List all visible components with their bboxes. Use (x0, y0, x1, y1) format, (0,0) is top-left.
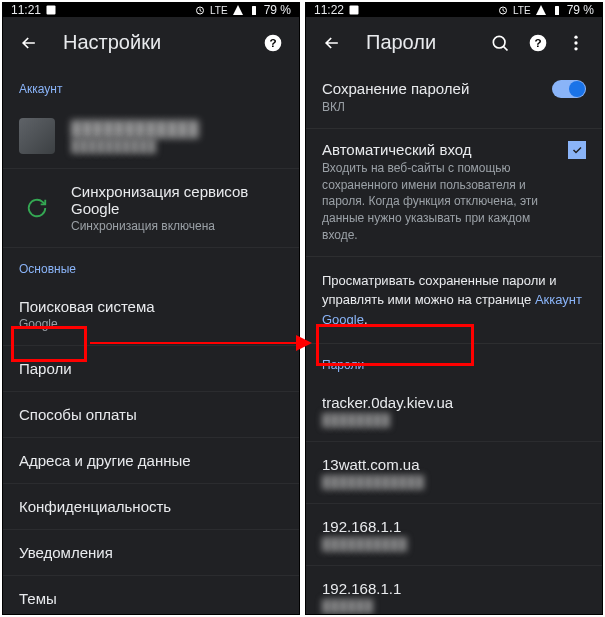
entry-user: ██████████ (322, 537, 586, 551)
battery-icon (248, 4, 260, 16)
entry-site: 13watt.com.ua (322, 456, 586, 473)
password-entry[interactable]: tracker.0day.kiev.ua ████████ (306, 380, 602, 442)
entry-site: tracker.0day.kiev.ua (322, 394, 586, 411)
status-battery: 79 % (264, 3, 291, 17)
manage-passwords-note: Просматривать сохраненные пароли и управ… (306, 257, 602, 345)
page-title: Пароли (366, 31, 466, 54)
alarm-icon (497, 4, 509, 16)
page-title: Настройки (63, 31, 239, 54)
signal-icon (232, 4, 244, 16)
status-network: LTE (513, 5, 531, 16)
entry-user: ████████████ (322, 475, 586, 489)
row-label: Уведомления (19, 544, 283, 561)
password-entry[interactable]: 192.168.1.1 ██████████ (306, 504, 602, 566)
status-network: LTE (210, 5, 228, 16)
status-bar: 11:22 LTE 79 % (306, 3, 602, 17)
sync-sub: Синхронизация включена (71, 219, 283, 233)
sync-icon (19, 190, 55, 226)
svg-text:?: ? (269, 36, 276, 49)
account-row[interactable]: ████████████ ██████████ (3, 104, 299, 169)
row-notifications[interactable]: Уведомления (3, 530, 299, 576)
help-icon[interactable]: ? (263, 33, 283, 53)
back-icon[interactable] (322, 33, 342, 53)
account-email: ██████████ (71, 139, 283, 153)
appbar: Пароли ? (306, 17, 602, 68)
svg-rect-2 (252, 6, 256, 15)
svg-point-12 (574, 41, 577, 44)
status-bar: 11:21 LTE 79 % (3, 3, 299, 17)
row-payments[interactable]: Способы оплаты (3, 392, 299, 438)
overflow-icon[interactable] (566, 33, 586, 53)
row-label: Способы оплаты (19, 406, 283, 423)
phone-left: 11:21 LTE 79 % Настройки ? Аккаунт █████… (2, 2, 300, 615)
row-label: Конфиденциальность (19, 498, 283, 515)
status-battery: 79 % (567, 3, 594, 17)
row-search-engine[interactable]: Поисковая система Google (3, 284, 299, 346)
phone-right: 11:22 LTE 79 % Пароли ? Сохранение парол… (305, 2, 603, 615)
setting-sub: ВКЛ (322, 99, 540, 116)
search-icon[interactable] (490, 33, 510, 53)
row-label: Пароли (19, 360, 283, 377)
svg-rect-0 (47, 6, 56, 15)
back-icon[interactable] (19, 33, 39, 53)
appbar: Настройки ? (3, 17, 299, 68)
svg-text:?: ? (534, 36, 541, 49)
entry-site: 192.168.1.1 (322, 518, 586, 535)
row-sub: Google (19, 317, 283, 331)
auto-signin-row[interactable]: Автоматический вход Входить на веб-сайты… (306, 129, 602, 257)
note-text: Просматривать сохраненные пароли и управ… (322, 273, 556, 308)
entry-user: ████████ (322, 413, 586, 427)
help-icon[interactable]: ? (528, 33, 548, 53)
signal-icon (535, 4, 547, 16)
row-label: Темы (19, 590, 283, 607)
svg-point-13 (574, 47, 577, 50)
sync-row[interactable]: Синхронизация сервисов Google Синхрониза… (3, 169, 299, 248)
row-addresses[interactable]: Адреса и другие данные (3, 438, 299, 484)
auto-signin-checkbox[interactable] (568, 141, 586, 159)
setting-title: Автоматический вход (322, 141, 556, 158)
save-passwords-row[interactable]: Сохранение паролей ВКЛ (306, 68, 602, 129)
status-time: 11:21 (11, 3, 41, 17)
svg-point-11 (574, 35, 577, 38)
account-name: ████████████ (71, 120, 283, 137)
entry-user: ██████ (322, 599, 586, 613)
save-passwords-toggle[interactable] (552, 80, 586, 98)
svg-rect-7 (555, 6, 559, 15)
battery-icon (551, 4, 563, 16)
alarm-icon (194, 4, 206, 16)
row-themes[interactable]: Темы (3, 576, 299, 615)
svg-rect-5 (350, 6, 359, 15)
svg-point-8 (493, 36, 505, 48)
password-entry[interactable]: 13watt.com.ua ████████████ (306, 442, 602, 504)
section-account: Аккаунт (3, 68, 299, 104)
avatar (19, 118, 55, 154)
setting-title: Сохранение паролей (322, 80, 540, 97)
row-label: Поисковая система (19, 298, 283, 315)
section-main: Основные (3, 248, 299, 284)
row-privacy[interactable]: Конфиденциальность (3, 484, 299, 530)
row-label: Адреса и другие данные (19, 452, 283, 469)
setting-sub: Входить на веб-сайты с помощью сохраненн… (322, 160, 556, 244)
entry-site: 192.168.1.1 (322, 580, 586, 597)
row-passwords[interactable]: Пароли (3, 346, 299, 392)
password-entry[interactable]: 192.168.1.1 ██████ (306, 566, 602, 615)
sync-title: Синхронизация сервисов Google (71, 183, 283, 217)
status-time: 11:22 (314, 3, 344, 17)
section-passwords: Пароли (306, 344, 602, 380)
